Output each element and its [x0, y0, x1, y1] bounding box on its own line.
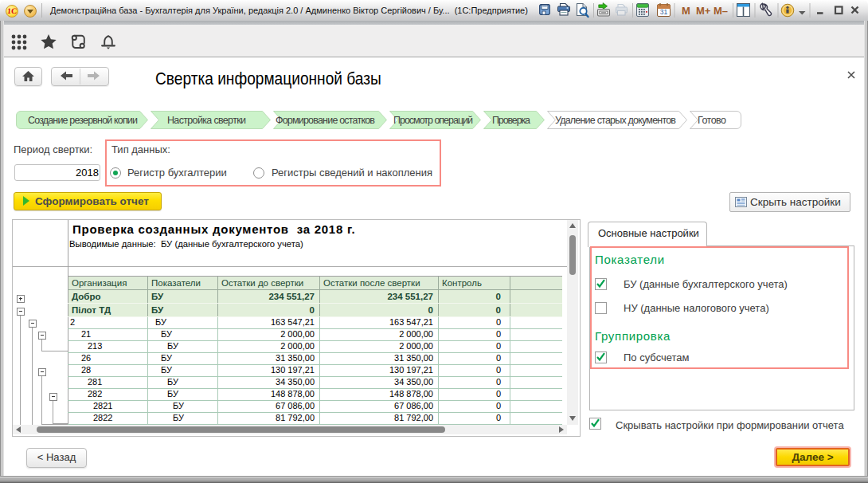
svg-text:Создание резервной копии: Создание резервной копии [28, 115, 138, 126]
svg-text:M–: M– [714, 5, 728, 17]
svg-text:Удаление старых документов: Удаление старых документов [555, 115, 676, 126]
svg-text:Просмотр операций: Просмотр операций [393, 115, 473, 126]
svg-text:M+: M+ [696, 5, 711, 17]
svg-text:M: M [682, 5, 690, 17]
svg-text:Формирование остатков: Формирование остатков [276, 115, 375, 126]
svg-text:Готово: Готово [698, 115, 726, 126]
svg-text:31: 31 [660, 8, 668, 16]
svg-text:Настройка свертки: Настройка свертки [167, 115, 246, 126]
svg-text:Проверка: Проверка [492, 115, 530, 126]
